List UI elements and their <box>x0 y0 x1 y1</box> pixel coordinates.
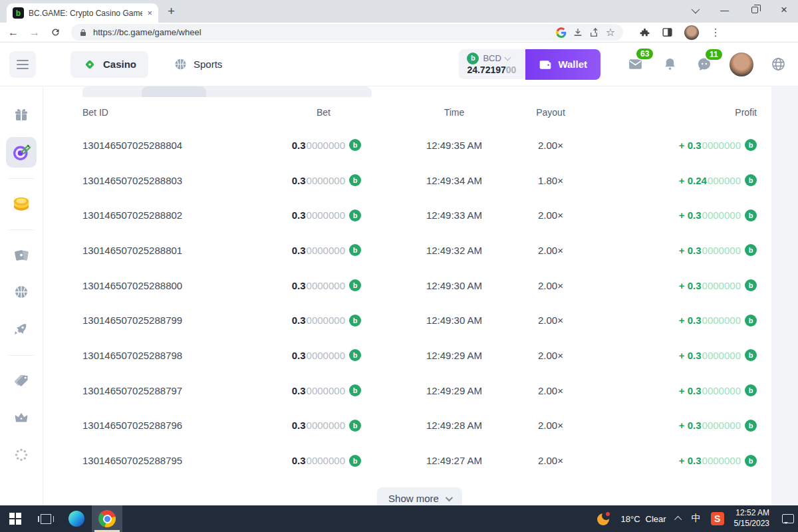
vip-crown-icon <box>13 410 29 426</box>
window-restore-button[interactable] <box>751 7 758 13</box>
basketball-icon <box>174 57 188 71</box>
window-minimize-button[interactable]: — <box>720 5 729 15</box>
bet-row[interactable]: 130146507025288803 0.30000000 12:49:34 A… <box>82 163 757 198</box>
bcd-coin-icon <box>349 209 361 221</box>
bet-row[interactable]: 130146507025288800 0.30000000 12:49:30 A… <box>82 268 757 303</box>
sidebar-item-community[interactable] <box>6 440 37 470</box>
bet-amount-faded: 0000000 <box>307 350 345 361</box>
action-center-icon[interactable] <box>782 514 794 523</box>
notifications-button[interactable] <box>662 57 678 72</box>
bet-payout: 2.00× <box>494 315 607 326</box>
bcd-coin-icon <box>349 455 361 467</box>
menu-hamburger-button[interactable] <box>9 51 36 78</box>
bets-tab-active-segment[interactable] <box>142 86 206 97</box>
left-sidebar <box>0 86 43 505</box>
download-icon[interactable] <box>573 27 583 38</box>
bets-tab-bar[interactable] <box>82 86 372 97</box>
bet-amount: 0.3 <box>292 315 306 326</box>
bet-row[interactable]: 130146507025288798 0.30000000 12:49:29 A… <box>82 338 757 373</box>
chat-button[interactable]: 11 <box>696 57 712 72</box>
bet-row[interactable]: 130146507025288799 0.30000000 12:49:30 A… <box>82 303 757 338</box>
bet-profit: + 0.3 <box>679 350 702 361</box>
bet-profit: + 0.3 <box>679 245 702 256</box>
sidebar-item-racing[interactable] <box>6 314 37 344</box>
bet-row[interactable]: 130146507025288804 0.30000000 12:49:35 A… <box>82 128 757 163</box>
wallet-button[interactable]: Wallet <box>525 49 600 80</box>
taskbar-overflow-chevron-icon[interactable] <box>674 516 682 523</box>
share-icon[interactable] <box>589 27 600 38</box>
bet-time: 12:49:29 AM <box>361 350 494 361</box>
balance-amount: 24.72197 <box>467 65 505 75</box>
reload-icon[interactable] <box>51 27 61 37</box>
edge-taskbar-button[interactable] <box>61 505 92 532</box>
ime-language-button[interactable]: 中 <box>692 513 701 525</box>
extensions-puzzle-icon[interactable] <box>639 27 650 38</box>
google-icon[interactable] <box>556 27 567 38</box>
window-close-button[interactable]: × <box>781 3 787 17</box>
bet-time: 12:49:27 AM <box>361 455 494 466</box>
temperature: 18°C <box>620 514 640 524</box>
sidebar-item-casino[interactable] <box>6 239 37 270</box>
sidebar-item-bonus[interactable] <box>6 100 37 130</box>
bet-row[interactable]: 130146507025288797 0.30000000 12:49:29 A… <box>82 373 757 408</box>
bet-amount-faded: 0000000 <box>307 420 345 431</box>
bet-row[interactable]: 130146507025288802 0.30000000 12:49:33 A… <box>82 198 757 233</box>
bet-row[interactable]: 130146507025288801 0.30000000 12:49:32 A… <box>82 233 757 268</box>
bet-payout: 1.80× <box>494 175 607 186</box>
sidebar-item-vip[interactable] <box>6 402 37 433</box>
window-menu-chevron-icon[interactable] <box>692 7 698 13</box>
tab-sports[interactable]: Sports <box>162 51 234 78</box>
browser-menu-icon[interactable]: ⋮ <box>710 26 721 39</box>
side-panel-icon[interactable] <box>662 27 673 38</box>
bet-row[interactable]: 130146507025288796 0.30000000 12:49:28 A… <box>82 408 757 444</box>
sidebar-item-sports[interactable] <box>6 277 37 307</box>
bet-profit-faded: 0000000 <box>702 315 741 326</box>
browser-tab[interactable]: b BC.GAME: Crypto Casino Games × <box>7 3 158 23</box>
clock-time: 12:52 AM <box>734 508 769 519</box>
url-text: https://bc.game/game/wheel <box>93 27 550 37</box>
bet-id: 130146507025288795 <box>82 455 239 466</box>
bets-table-body: 130146507025288804 0.30000000 12:49:35 A… <box>82 128 757 478</box>
bet-amount: 0.3 <box>292 455 306 466</box>
wallet-label: Wallet <box>558 59 587 70</box>
balance-selector[interactable]: BCD 24.7219700 <box>459 49 525 80</box>
bet-amount: 0.3 <box>292 175 306 186</box>
sogou-input-icon[interactable]: S <box>711 512 724 525</box>
windows-taskbar: 18°C Clear 中 S 12:52 AM 5/15/2023 <box>0 505 798 532</box>
racing-icon <box>13 321 29 337</box>
inbox-button[interactable]: 63 <box>627 56 644 72</box>
forward-icon[interactable]: → <box>29 27 40 39</box>
sidebar-item-wheel-game[interactable] <box>6 137 37 168</box>
sidebar-item-rewards[interactable] <box>6 188 37 219</box>
new-tab-button[interactable]: + <box>168 4 175 19</box>
weather-condition: Clear <box>646 514 666 524</box>
bet-profit: + 0.3 <box>679 420 702 431</box>
weather-moon-icon[interactable] <box>597 512 610 525</box>
bet-id: 130146507025288799 <box>82 315 239 326</box>
bookmark-star-icon[interactable]: ☆ <box>606 26 615 39</box>
weather-widget[interactable]: 18°C Clear <box>620 514 666 524</box>
sidebar-item-promotions[interactable] <box>6 365 37 396</box>
tab-close-icon[interactable]: × <box>147 8 152 18</box>
taskbar-clock[interactable]: 12:52 AM 5/15/2023 <box>734 508 769 529</box>
task-view-button[interactable] <box>31 505 61 532</box>
tab-casino[interactable]: Casino <box>70 51 148 78</box>
browser-toolbar: ← → https://bc.game/game/wheel ☆ ⋮ <box>0 23 798 43</box>
user-avatar[interactable] <box>730 53 753 76</box>
browser-profile-avatar[interactable] <box>684 25 699 40</box>
lock-icon <box>79 29 87 37</box>
bet-row[interactable]: 130146507025288795 0.30000000 12:49:27 A… <box>82 443 757 478</box>
bet-profit: + 0.3 <box>679 209 702 221</box>
language-button[interactable] <box>771 57 786 72</box>
page-right-gutter[interactable] <box>771 86 798 505</box>
bet-payout: 2.00× <box>494 420 607 431</box>
start-button[interactable] <box>0 505 31 532</box>
bets-panel: Bet ID Bet Time Payout Profit 1301465070… <box>43 86 771 505</box>
bcd-coin-icon <box>349 315 361 327</box>
bcd-coin-icon <box>745 174 757 186</box>
address-bar[interactable]: https://bc.game/game/wheel ☆ <box>71 24 623 41</box>
col-profit: Profit <box>607 107 757 118</box>
back-icon[interactable]: ← <box>8 27 19 39</box>
chrome-taskbar-button[interactable] <box>92 505 122 532</box>
inbox-badge: 63 <box>635 47 654 61</box>
